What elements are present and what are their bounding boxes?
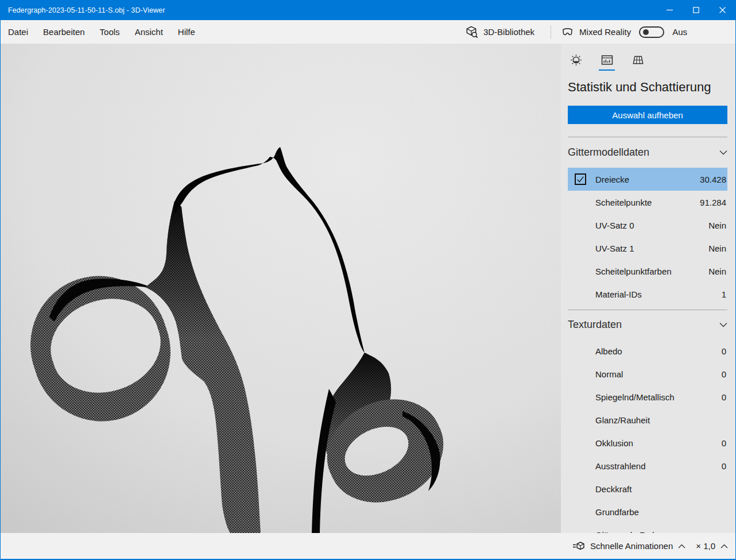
menu-item[interactable]: Hilfe — [171, 20, 203, 44]
stat-label: Glanz/Rauheit — [595, 415, 650, 425]
chevron-down-icon — [719, 322, 727, 327]
close-icon — [719, 7, 726, 13]
stat-label: Material-IDs — [595, 289, 642, 299]
mesh-stat-row[interactable]: Scheitelpunkte 91.284 — [568, 191, 727, 214]
texture-rows: Albedo 0 Normal 0 Spiegelnd/Metallisch 0 — [568, 339, 727, 533]
menu-item[interactable]: Tools — [92, 20, 127, 44]
mixed-reality-icon — [561, 27, 574, 37]
maximize-icon — [693, 7, 699, 13]
stat-label: Grundfarbe — [595, 507, 639, 517]
mesh-stat-row[interactable]: Dreiecke 30.428 — [568, 168, 727, 191]
app-window: Federgraph-2023-05-11-50-11-S.obj - 3D-V… — [0, 0, 736, 560]
texture-stat-row[interactable]: Ausstrahlend 0 — [568, 454, 727, 477]
panel-title: Statistik und Schattierung — [568, 80, 727, 95]
stat-value: 0 — [722, 392, 726, 402]
chevron-down-icon — [719, 150, 727, 155]
mesh-section-header[interactable]: Gittermodelldaten — [568, 137, 727, 168]
tab-statistics[interactable] — [599, 54, 615, 71]
statistics-panel: Statistik und Schattierung Auswahl aufhe… — [561, 44, 735, 533]
chevron-up-icon — [720, 544, 728, 549]
texture-stat-row[interactable]: Glänzende Farbe — [568, 523, 727, 533]
stat-label: Scheitelpunktfarben — [595, 267, 672, 276]
animations-icon — [572, 541, 585, 551]
menu-items: DateiBearbeitenToolsAnsichtHilfe — [1, 20, 203, 44]
menubar-right: 3D-Bibliothek Mixed Reality Aus — [459, 20, 735, 44]
3d-library-label: 3D-Bibliothek — [483, 27, 534, 37]
stat-label: Deckkraft — [595, 484, 632, 494]
checkmark-icon — [576, 175, 585, 184]
cube-magnifier-icon — [465, 25, 478, 38]
stat-label: Scheitelpunkte — [595, 198, 652, 207]
stats-chart-icon — [601, 54, 613, 66]
animation-speed-control[interactable]: × 1,0 — [696, 541, 728, 551]
stat-label: Ausstrahlend — [595, 461, 646, 471]
row-checkbox[interactable] — [575, 173, 586, 185]
texture-stat-row[interactable]: Glanz/Rauheit — [568, 408, 727, 431]
stat-label: UV-Satz 1 — [595, 244, 634, 253]
stat-value: 91.284 — [700, 198, 726, 207]
menu-item[interactable]: Ansicht — [127, 20, 171, 44]
texture-section-header[interactable]: Texturdaten — [568, 310, 727, 339]
chevron-up-icon — [678, 544, 685, 549]
mixed-reality-toggle[interactable] — [639, 26, 664, 38]
tab-lighting[interactable] — [568, 54, 584, 71]
stat-value: Nein — [708, 244, 726, 253]
mesh-stat-row[interactable]: Material-IDs 1 — [568, 283, 727, 306]
stat-label: Normal — [595, 369, 623, 379]
stat-value: 0 — [722, 369, 726, 379]
mesh-rows: Dreiecke 30.428 Scheitelpunkte 91.284 — [568, 168, 727, 306]
animations-label: Schnelle Animationen — [590, 541, 673, 551]
stat-value: 0 — [722, 438, 726, 448]
texture-section-title: Texturdaten — [568, 319, 622, 331]
status-bar: Schnelle Animationen × 1,0 — [1, 533, 735, 559]
mixed-reality-state: Aus — [672, 27, 687, 37]
window-title: Federgraph-2023-05-11-50-11-S.obj - 3D-V… — [1, 6, 165, 14]
stat-label: Dreiecke — [595, 175, 629, 184]
menu-bar: DateiBearbeitenToolsAnsichtHilfe 3D-Bibl… — [1, 20, 735, 44]
stat-value: 30.428 — [700, 175, 726, 184]
window-controls — [656, 0, 735, 20]
mesh-stat-row[interactable]: UV-Satz 0 Nein — [568, 214, 727, 237]
texture-stat-row[interactable]: Okklusion 0 — [568, 431, 727, 454]
title-bar: Federgraph-2023-05-11-50-11-S.obj - 3D-V… — [1, 0, 735, 20]
maximize-button[interactable] — [683, 0, 709, 20]
stat-value: Nein — [708, 267, 726, 276]
tab-grid[interactable] — [630, 54, 646, 71]
mesh-section-title: Gittermodelldaten — [568, 146, 649, 159]
stat-label: Spiegelnd/Metallisch — [595, 392, 675, 402]
mesh-stat-row[interactable]: UV-Satz 1 Nein — [568, 237, 727, 260]
close-button[interactable] — [709, 0, 735, 20]
minimize-icon — [667, 7, 673, 13]
texture-stat-row[interactable]: Spiegelnd/Metallisch 0 — [568, 385, 727, 408]
menubar-separator — [551, 25, 551, 39]
stat-value: 0 — [722, 461, 726, 471]
clear-selection-button[interactable]: Auswahl aufheben — [568, 106, 727, 124]
texture-stat-row[interactable]: Deckkraft — [568, 477, 727, 500]
sun-icon — [570, 54, 582, 66]
model-viewport[interactable] — [1, 44, 561, 533]
stat-value: 0 — [722, 346, 726, 356]
menu-item[interactable]: Bearbeiten — [36, 20, 92, 44]
animations-control[interactable]: Schnelle Animationen — [572, 541, 685, 551]
model-canvas — [1, 44, 561, 533]
mixed-reality-group: Mixed Reality Aus — [561, 26, 687, 38]
stat-label: Albedo — [595, 346, 622, 356]
grid-icon — [632, 54, 644, 66]
stat-label: UV-Satz 0 — [595, 221, 634, 230]
mesh-stat-row[interactable]: Scheitelpunktfarben Nein — [568, 260, 727, 283]
texture-stat-row[interactable]: Albedo 0 — [568, 339, 727, 362]
toggle-knob — [643, 29, 649, 35]
texture-stat-row[interactable]: Grundfarbe — [568, 500, 727, 523]
panel-tabs — [568, 54, 727, 71]
menu-item[interactable]: Datei — [1, 20, 36, 44]
stat-label: Okklusion — [595, 438, 633, 448]
mixed-reality-label: Mixed Reality — [579, 27, 631, 37]
speed-label: × 1,0 — [696, 541, 715, 551]
texture-stat-row[interactable]: Normal 0 — [568, 362, 727, 385]
stat-value: Nein — [708, 221, 726, 230]
3d-library-button[interactable]: 3D-Bibliothek — [459, 20, 540, 44]
stat-value: 1 — [722, 289, 726, 299]
minimize-button[interactable] — [656, 0, 683, 20]
